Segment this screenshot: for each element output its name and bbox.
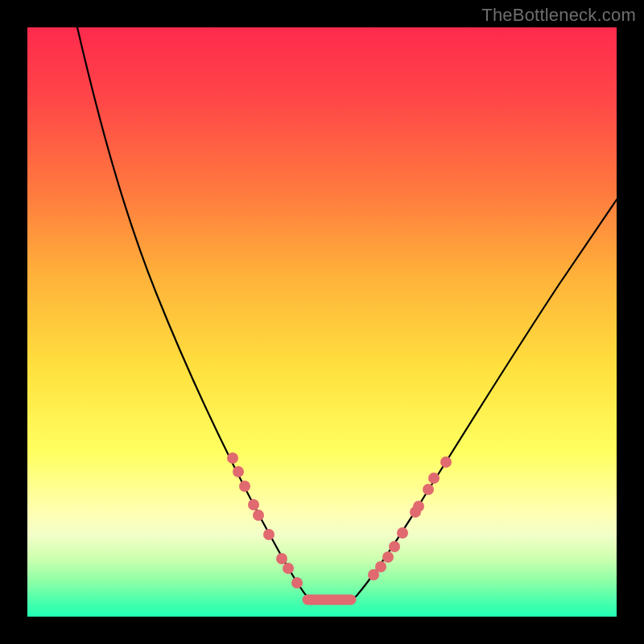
marker-dot (440, 456, 452, 468)
marker-dot (253, 510, 264, 521)
marker-dot (423, 484, 434, 495)
marker-dot (233, 466, 244, 477)
marker-dot (248, 499, 259, 510)
chart-svg (27, 27, 617, 617)
marker-dot (389, 541, 400, 552)
marker-group (227, 452, 452, 588)
chart-frame: TheBottleneck.com (0, 0, 644, 644)
v-curve (77, 27, 617, 600)
marker-dot (397, 527, 408, 539)
marker-dot (375, 561, 386, 572)
marker-dot (227, 452, 238, 464)
marker-dot (413, 501, 424, 512)
marker-dot (291, 577, 303, 588)
marker-dot (283, 563, 294, 574)
marker-dot (263, 529, 275, 540)
marker-dot (382, 551, 394, 563)
watermark-text: TheBottleneck.com (481, 5, 636, 26)
marker-dot (239, 481, 250, 492)
marker-dot (276, 553, 287, 564)
marker-dot (428, 473, 440, 484)
